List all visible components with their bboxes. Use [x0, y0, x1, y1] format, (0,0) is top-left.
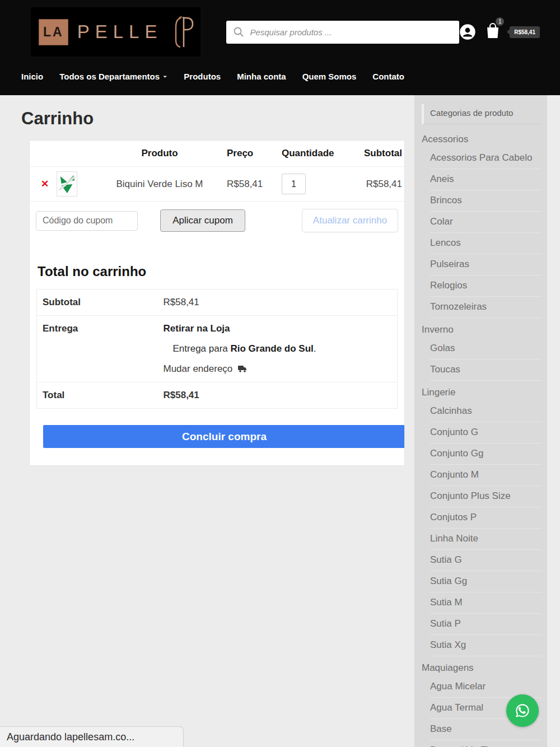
- category-item[interactable]: Maquiagens: [414, 656, 547, 676]
- total-value: R$58,41: [164, 382, 398, 409]
- category-item[interactable]: Calcinhas: [430, 401, 542, 422]
- totals-table: Subtotal R$58,41 Entrega Retirar na Loja…: [36, 289, 398, 409]
- category-item[interactable]: Lencos: [430, 233, 542, 254]
- category-item[interactable]: Inverno: [414, 318, 547, 338]
- logo-monogram-icon: [171, 15, 195, 49]
- browser-status-bar: Aguardando lapellesam.co...: [0, 726, 184, 747]
- category-item[interactable]: Brincos: [430, 190, 542, 212]
- subtotal-value: R$58,41: [164, 290, 398, 316]
- cart-panel: Produto Preço Quantidade Subtotal ✕: [29, 140, 405, 466]
- cart-totals-section: Total no carrinho Subtotal R$58,41 Entre…: [30, 264, 404, 448]
- page-title: Carrinho: [21, 109, 94, 129]
- change-address-icon: [237, 365, 247, 373]
- category-item[interactable]: Conjunto M: [430, 465, 542, 486]
- sidebar-title: Categorias de produto: [422, 104, 540, 124]
- search-input[interactable]: [250, 27, 452, 37]
- category-item[interactable]: Acessorios: [414, 128, 547, 148]
- product-price: R$58,41: [225, 167, 279, 202]
- nav-item[interactable]: Inicio: [21, 72, 43, 81]
- category-item[interactable]: Conjunto Gg: [430, 443, 542, 465]
- category-item[interactable]: Colar: [430, 212, 542, 233]
- category-item[interactable]: Golas: [430, 338, 542, 360]
- main-nav: Inicio Todos os Departamentos⌄ Produtos …: [21, 72, 404, 81]
- category-item[interactable]: Sutia Gg: [430, 571, 542, 592]
- shipping-method: Retirar na Loja: [164, 323, 398, 334]
- category-item[interactable]: Sutia Xg: [430, 635, 542, 656]
- nav-item[interactable]: Produtos: [184, 72, 221, 81]
- apply-coupon-button[interactable]: Aplicar cupom: [160, 209, 245, 232]
- total-row: Total R$58,41: [37, 382, 398, 409]
- category-item[interactable]: Batom / Lip Tint: [430, 740, 542, 747]
- category-item[interactable]: Relogios: [430, 276, 542, 297]
- search-icon: [233, 26, 244, 38]
- shipping-destination: Entrega para Rio Grande do Sul.: [173, 343, 398, 354]
- search-bar: [226, 21, 459, 44]
- category-item[interactable]: Acessorios Para Cabelo: [430, 148, 542, 169]
- category-item[interactable]: Sutia M: [430, 592, 542, 614]
- coupon-code-input[interactable]: [36, 211, 138, 231]
- col-header-quantity: Quantidade: [279, 141, 346, 167]
- cart-count-badge: 1: [494, 16, 505, 27]
- category-item[interactable]: Aneis: [430, 169, 542, 190]
- coupon-row: Aplicar cupom Atualizar carrinho: [30, 202, 404, 240]
- col-header-subtotal: Subtotal: [346, 141, 404, 167]
- col-header-price: Preço: [225, 141, 279, 167]
- product-thumbnail[interactable]: [57, 171, 77, 197]
- cart-table: Produto Preço Quantidade Subtotal ✕: [30, 141, 404, 202]
- category-item[interactable]: Conjunto Plus Size: [430, 486, 542, 507]
- whatsapp-icon: [513, 701, 532, 720]
- col-header-product: Produto: [95, 141, 225, 167]
- site-header: LA PELLE: [0, 0, 560, 95]
- category-item[interactable]: Conjunto G: [430, 422, 542, 443]
- logo-wordmark: PELLE: [77, 21, 163, 43]
- shipping-label: Entrega: [37, 316, 164, 382]
- quantity-input[interactable]: [282, 174, 306, 194]
- update-cart-button[interactable]: Atualizar carrinho: [302, 209, 398, 232]
- logo-la-badge: LA: [39, 19, 68, 45]
- whatsapp-button[interactable]: [506, 694, 539, 727]
- category-item[interactable]: Pulseiras: [430, 254, 542, 276]
- nav-item[interactable]: Quem Somos: [302, 72, 357, 81]
- shipping-row: Entrega Retirar na Loja Entrega para Rio…: [37, 316, 398, 382]
- nav-item[interactable]: Contato: [372, 72, 404, 81]
- cart-item-row: ✕ Biquini Verde Liso M R$58,41 R$58,41: [30, 167, 404, 202]
- product-name[interactable]: Biquini Verde Liso M: [95, 167, 225, 202]
- sidebar-categories: Categorias de produto Acessorios Acessor…: [414, 95, 547, 747]
- total-label: Total: [37, 382, 164, 409]
- product-subtotal: R$58,41: [346, 167, 404, 202]
- nav-item[interactable]: Minha conta: [237, 72, 286, 81]
- category-list: Acessorios Acessorios Para Cabelo Aneis …: [414, 128, 547, 747]
- category-item[interactable]: Conjutos P: [430, 507, 542, 529]
- category-item[interactable]: Toucas: [430, 360, 542, 381]
- subtotal-row: Subtotal R$58,41: [37, 290, 398, 316]
- cart-totals-title: Total no carrinho: [38, 264, 398, 279]
- logo[interactable]: LA PELLE: [31, 7, 200, 57]
- cart-total-bubble[interactable]: R$58,41: [510, 26, 540, 38]
- change-address-link[interactable]: Mudar endereço: [164, 363, 398, 375]
- remove-item-icon[interactable]: ✕: [32, 179, 49, 189]
- subtotal-label: Subtotal: [37, 290, 164, 316]
- chevron-down-icon: ⌄: [162, 73, 167, 77]
- category-item[interactable]: Linha Noite: [430, 529, 542, 550]
- account-icon[interactable]: [459, 24, 476, 40]
- nav-item[interactable]: Todos os Departamentos⌄: [59, 72, 167, 81]
- category-item[interactable]: Tornozeleiras: [430, 297, 542, 318]
- cart-button[interactable]: 1: [485, 22, 501, 41]
- category-item[interactable]: Sutia G: [430, 550, 542, 571]
- category-item[interactable]: Lingerie: [414, 381, 547, 401]
- category-item[interactable]: Sutia P: [430, 614, 542, 635]
- checkout-button[interactable]: Concluir compra: [43, 425, 405, 448]
